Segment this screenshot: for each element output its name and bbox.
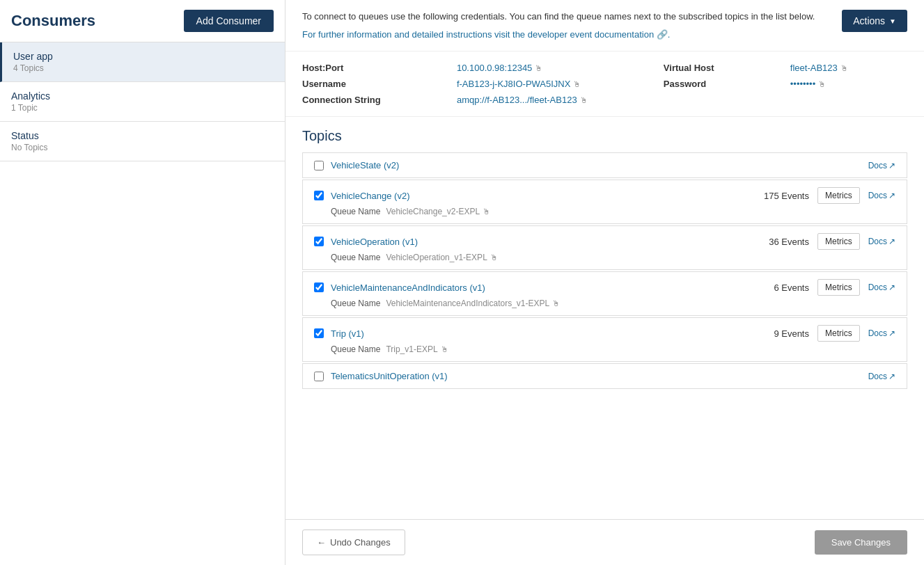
copy-icon[interactable]: 🖱 xyxy=(573,80,581,88)
metrics-button-vehicle-operation[interactable]: Metrics xyxy=(817,233,860,250)
sidebar-item-sub: 1 Topic xyxy=(11,103,274,113)
copy-queue-icon[interactable]: 🖱 xyxy=(441,345,448,353)
queue-label: Queue Name xyxy=(331,253,380,262)
topic-main-row: VehicleOperation (v1) 36 EventsMetricsDo… xyxy=(314,233,895,250)
topic-checkbox-telematics-unit[interactable] xyxy=(314,372,324,381)
queue-label: Queue Name xyxy=(331,299,380,308)
copy-icon[interactable]: 🖱 xyxy=(580,96,588,104)
topic-checkbox-vehicle-maintenance[interactable] xyxy=(314,282,324,292)
cred-value-connection-string: amqp://f-AB123.../fleet-AB123 🖱 xyxy=(457,95,647,105)
metrics-button-vehicle-maintenance[interactable]: Metrics xyxy=(817,279,860,296)
topic-checkbox-vehicle-state[interactable] xyxy=(314,161,324,170)
docs-link-vehicle-change[interactable]: Docs ↗ xyxy=(868,191,895,200)
credentials-grid: Host:Port10.100.0.98:12345 🖱Virtual Host… xyxy=(302,63,907,105)
cred-label-virtual-host: Virtual Host xyxy=(664,63,774,73)
queue-value-vehicle-operation: VehicleOperation_v1-EXPL 🖱 xyxy=(386,253,497,262)
undo-changes-button[interactable]: ← Undo Changes xyxy=(302,530,405,555)
docs-link-trip[interactable]: Docs ↗ xyxy=(868,328,895,338)
sidebar-item-user-app[interactable]: User app 4 Topics xyxy=(0,42,285,82)
topic-row-vehicle-state: VehicleState (v2) Docs ↗ xyxy=(302,152,907,178)
copy-queue-icon[interactable]: 🖱 xyxy=(490,253,498,262)
docs-link-vehicle-state[interactable]: Docs ↗ xyxy=(868,161,895,170)
sidebar-item-name: Status xyxy=(11,130,274,141)
external-link-icon: ↗ xyxy=(888,237,895,246)
cred-value-host-port: 10.100.0.98:12345 🖱 xyxy=(457,63,647,73)
docs-link-vehicle-operation[interactable]: Docs ↗ xyxy=(868,237,895,246)
dev-docs-link[interactable]: For further information and detailed ins… xyxy=(302,29,670,40)
queue-row-vehicle-maintenance: Queue Name VehicleMaintenanceAndIndicato… xyxy=(331,299,895,308)
queue-row-vehicle-operation: Queue Name VehicleOperation_v1-EXPL 🖱 xyxy=(331,253,895,262)
topic-events-vehicle-maintenance: 6 Events xyxy=(774,282,809,293)
header-text-1: To connect to queues use the following c… xyxy=(302,10,828,24)
queue-value-vehicle-maintenance: VehicleMaintenanceAndIndicators_v1-EXPL … xyxy=(386,299,560,308)
topic-row-vehicle-operation: VehicleOperation (v1) 36 EventsMetricsDo… xyxy=(302,225,907,270)
cred-label-password: Password xyxy=(664,79,774,89)
topics-section: Topics VehicleState (v2) Docs ↗ VehicleC… xyxy=(285,117,924,519)
sidebar-list: User app 4 Topics Analytics 1 Topic Stat… xyxy=(0,42,285,565)
topic-main-row: Trip (v1) 9 EventsMetricsDocs ↗ xyxy=(314,325,895,342)
header-link-line: For further information and detailed ins… xyxy=(302,28,828,42)
docs-link-vehicle-maintenance[interactable]: Docs ↗ xyxy=(868,282,895,292)
topic-events-trip: 9 Events xyxy=(774,328,809,339)
topic-checkbox-vehicle-change[interactable] xyxy=(314,191,324,200)
topic-row-vehicle-maintenance: VehicleMaintenanceAndIndicators (v1) 6 E… xyxy=(302,271,907,316)
metrics-button-trip[interactable]: Metrics xyxy=(817,325,860,342)
queue-label: Queue Name xyxy=(331,344,380,354)
metrics-button-vehicle-change[interactable]: Metrics xyxy=(817,187,860,204)
external-link-icon: ↗ xyxy=(888,161,895,170)
cred-label-host-port: Host:Port xyxy=(302,63,440,73)
cred-value-username: f-AB123-j-KJ8IO-PWA5IJNX 🖱 xyxy=(457,79,647,89)
copy-icon[interactable]: 🖱 xyxy=(818,80,826,88)
main-content: To connect to queues use the following c… xyxy=(285,0,924,565)
cred-value-password: •••••••• 🖱 xyxy=(790,79,907,89)
sidebar-item-name: Analytics xyxy=(11,90,274,102)
topic-checkbox-trip[interactable] xyxy=(314,328,324,338)
topic-main-row: VehicleMaintenanceAndIndicators (v1) 6 E… xyxy=(314,279,895,296)
topics-list: VehicleState (v2) Docs ↗ VehicleChange (… xyxy=(302,152,907,389)
sidebar-item-status[interactable]: Status No Topics xyxy=(0,122,285,161)
queue-value-trip: Trip_v1-EXPL 🖱 xyxy=(386,344,448,354)
topic-main-row: VehicleChange (v2) 175 EventsMetricsDocs… xyxy=(314,187,895,204)
actions-button[interactable]: Actions ▼ xyxy=(842,10,907,32)
save-changes-button[interactable]: Save Changes xyxy=(815,530,907,555)
topic-row-vehicle-change: VehicleChange (v2) 175 EventsMetricsDocs… xyxy=(302,180,907,224)
topic-main-row: TelematicsUnitOperation (v1) Docs ↗ xyxy=(314,371,895,381)
external-link-icon: ↗ xyxy=(888,328,895,338)
add-consumer-button[interactable]: Add Consumer xyxy=(184,10,274,32)
cred-label-username: Username xyxy=(302,79,440,89)
footer: ← Undo Changes Save Changes xyxy=(285,519,924,565)
external-link-icon: ↗ xyxy=(888,282,895,292)
topic-name-telematics-unit: TelematicsUnitOperation (v1) xyxy=(331,371,448,381)
queue-row-trip: Queue Name Trip_v1-EXPL 🖱 xyxy=(331,344,895,354)
queue-row-vehicle-change: Queue Name VehicleChange_v2-EXPL 🖱 xyxy=(331,207,895,216)
copy-icon[interactable]: 🖱 xyxy=(535,64,542,72)
topic-name-vehicle-maintenance: VehicleMaintenanceAndIndicators (v1) xyxy=(331,282,485,293)
queue-value-vehicle-change: VehicleChange_v2-EXPL 🖱 xyxy=(386,207,490,216)
copy-queue-icon[interactable]: 🖱 xyxy=(483,207,490,216)
topic-checkbox-vehicle-operation[interactable] xyxy=(314,237,324,246)
sidebar-title: Consumers xyxy=(11,12,95,30)
copy-queue-icon[interactable]: 🖱 xyxy=(552,299,560,308)
cred-value-virtual-host: fleet-AB123 🖱 xyxy=(790,63,907,73)
chevron-down-icon: ▼ xyxy=(889,17,896,25)
topic-row-trip: Trip (v1) 9 EventsMetricsDocs ↗ Queue Na… xyxy=(302,317,907,362)
undo-icon: ← xyxy=(317,537,326,548)
topic-name-vehicle-change: VehicleChange (v2) xyxy=(331,191,409,201)
external-link-icon: ↗ xyxy=(888,191,895,200)
external-link-icon: ↗ xyxy=(888,372,895,381)
topic-events-vehicle-change: 175 Events xyxy=(764,191,809,201)
sidebar-item-sub: 4 Topics xyxy=(13,63,274,73)
sidebar-item-analytics[interactable]: Analytics 1 Topic xyxy=(0,82,285,122)
topics-title: Topics xyxy=(302,128,907,144)
copy-icon[interactable]: 🖱 xyxy=(840,64,848,72)
cred-label-connection-string: Connection String xyxy=(302,95,440,105)
main-header-description: To connect to queues use the following c… xyxy=(302,10,828,41)
credentials-section: Host:Port10.100.0.98:12345 🖱Virtual Host… xyxy=(285,51,924,117)
queue-label: Queue Name xyxy=(331,207,380,216)
topic-name-trip: Trip (v1) xyxy=(331,328,364,339)
sidebar: Consumers Add Consumer User app 4 Topics… xyxy=(0,0,285,565)
topic-events-vehicle-operation: 36 Events xyxy=(769,237,809,247)
sidebar-item-sub: No Topics xyxy=(11,143,274,152)
topic-name-vehicle-operation: VehicleOperation (v1) xyxy=(331,237,418,247)
docs-link-telematics-unit[interactable]: Docs ↗ xyxy=(868,372,895,381)
